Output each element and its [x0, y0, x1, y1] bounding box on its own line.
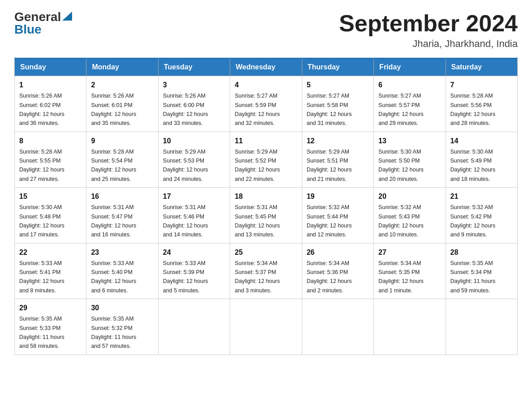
calendar-cell: 5 Sunrise: 5:27 AMSunset: 5:58 PMDayligh…	[302, 76, 373, 132]
day-number: 25	[235, 247, 297, 258]
day-number: 10	[163, 136, 225, 146]
day-info: Sunrise: 5:33 AMSunset: 5:39 PMDaylight:…	[163, 260, 208, 294]
calendar-week-row: 8 Sunrise: 5:28 AMSunset: 5:55 PMDayligh…	[15, 132, 518, 188]
calendar-cell: 15 Sunrise: 5:30 AMSunset: 5:48 PMDaylig…	[15, 188, 86, 244]
calendar-cell: 21 Sunrise: 5:32 AMSunset: 5:42 PMDaylig…	[446, 188, 517, 244]
page-header: General Blue September 2024 Jharia, Jhar…	[14, 11, 518, 50]
calendar-cell: 7 Sunrise: 5:28 AMSunset: 5:56 PMDayligh…	[446, 76, 517, 132]
calendar-table: SundayMondayTuesdayWednesdayThursdayFrid…	[14, 58, 518, 355]
day-number: 5	[307, 80, 369, 90]
day-number: 13	[378, 136, 441, 146]
col-header-wednesday: Wednesday	[230, 58, 302, 76]
day-number: 7	[450, 80, 513, 90]
title-area: September 2024 Jharia, Jharkhand, India	[339, 11, 518, 50]
day-number: 15	[19, 191, 82, 202]
calendar-cell: 29 Sunrise: 5:35 AMSunset: 5:33 PMDaylig…	[15, 299, 86, 355]
day-info: Sunrise: 5:30 AMSunset: 5:50 PMDaylight:…	[378, 149, 424, 182]
calendar-cell: 17 Sunrise: 5:31 AMSunset: 5:46 PMDaylig…	[158, 188, 230, 244]
day-info: Sunrise: 5:27 AMSunset: 5:57 PMDaylight:…	[378, 93, 424, 126]
day-info: Sunrise: 5:32 AMSunset: 5:42 PMDaylight:…	[450, 204, 496, 238]
day-info: Sunrise: 5:35 AMSunset: 5:34 PMDaylight:…	[450, 260, 496, 294]
day-number: 21	[450, 191, 513, 202]
location-title: Jharia, Jharkhand, India	[339, 38, 518, 50]
day-number: 6	[378, 80, 441, 90]
col-header-thursday: Thursday	[302, 58, 373, 76]
col-header-friday: Friday	[374, 58, 446, 76]
calendar-cell: 22 Sunrise: 5:33 AMSunset: 5:41 PMDaylig…	[15, 243, 86, 299]
day-number: 1	[19, 80, 82, 90]
col-header-monday: Monday	[86, 58, 158, 76]
day-number: 27	[378, 247, 441, 258]
calendar-cell: 8 Sunrise: 5:28 AMSunset: 5:55 PMDayligh…	[15, 132, 86, 188]
day-info: Sunrise: 5:33 AMSunset: 5:41 PMDaylight:…	[19, 260, 64, 294]
day-number: 18	[235, 191, 297, 202]
calendar-cell	[302, 299, 373, 355]
day-info: Sunrise: 5:35 AMSunset: 5:32 PMDaylight:…	[91, 316, 136, 349]
day-number: 26	[307, 247, 369, 258]
calendar-header-row: SundayMondayTuesdayWednesdayThursdayFrid…	[15, 58, 518, 76]
calendar-cell	[230, 299, 302, 355]
calendar-cell: 30 Sunrise: 5:35 AMSunset: 5:32 PMDaylig…	[86, 299, 158, 355]
day-number: 2	[91, 80, 153, 90]
logo-blue: Blue	[14, 23, 42, 36]
day-info: Sunrise: 5:26 AMSunset: 6:01 PMDaylight:…	[91, 93, 136, 126]
day-info: Sunrise: 5:34 AMSunset: 5:35 PMDaylight:…	[378, 260, 424, 294]
calendar-cell: 6 Sunrise: 5:27 AMSunset: 5:57 PMDayligh…	[374, 76, 446, 132]
calendar-cell: 27 Sunrise: 5:34 AMSunset: 5:35 PMDaylig…	[374, 243, 446, 299]
day-info: Sunrise: 5:28 AMSunset: 5:56 PMDaylight:…	[450, 93, 496, 126]
svg-marker-0	[62, 12, 72, 21]
day-info: Sunrise: 5:32 AMSunset: 5:43 PMDaylight:…	[378, 204, 424, 238]
day-info: Sunrise: 5:31 AMSunset: 5:47 PMDaylight:…	[91, 204, 136, 238]
day-info: Sunrise: 5:30 AMSunset: 5:48 PMDaylight:…	[19, 204, 64, 238]
day-number: 17	[163, 191, 225, 202]
col-header-saturday: Saturday	[446, 58, 517, 76]
logo-general: General	[14, 11, 61, 23]
day-info: Sunrise: 5:34 AMSunset: 5:36 PMDaylight:…	[307, 260, 352, 294]
calendar-cell: 19 Sunrise: 5:32 AMSunset: 5:44 PMDaylig…	[302, 188, 373, 244]
day-info: Sunrise: 5:27 AMSunset: 5:58 PMDaylight:…	[307, 93, 352, 126]
day-number: 30	[91, 303, 153, 313]
day-info: Sunrise: 5:26 AMSunset: 6:00 PMDaylight:…	[163, 93, 208, 126]
col-header-tuesday: Tuesday	[158, 58, 230, 76]
calendar-cell: 2 Sunrise: 5:26 AMSunset: 6:01 PMDayligh…	[86, 76, 158, 132]
calendar-week-row: 29 Sunrise: 5:35 AMSunset: 5:33 PMDaylig…	[15, 299, 518, 355]
day-info: Sunrise: 5:32 AMSunset: 5:44 PMDaylight:…	[307, 204, 352, 238]
calendar-cell: 18 Sunrise: 5:31 AMSunset: 5:45 PMDaylig…	[230, 188, 302, 244]
day-info: Sunrise: 5:28 AMSunset: 5:54 PMDaylight:…	[91, 149, 136, 182]
calendar-cell	[158, 299, 230, 355]
day-info: Sunrise: 5:27 AMSunset: 5:59 PMDaylight:…	[235, 93, 280, 126]
calendar-cell: 20 Sunrise: 5:32 AMSunset: 5:43 PMDaylig…	[374, 188, 446, 244]
day-info: Sunrise: 5:34 AMSunset: 5:37 PMDaylight:…	[235, 260, 280, 294]
day-info: Sunrise: 5:31 AMSunset: 5:45 PMDaylight:…	[235, 204, 280, 238]
calendar-cell: 28 Sunrise: 5:35 AMSunset: 5:34 PMDaylig…	[446, 243, 517, 299]
month-title: September 2024	[339, 11, 518, 36]
logo-triangle-icon	[62, 12, 72, 21]
day-info: Sunrise: 5:29 AMSunset: 5:52 PMDaylight:…	[235, 149, 280, 182]
calendar-cell: 13 Sunrise: 5:30 AMSunset: 5:50 PMDaylig…	[374, 132, 446, 188]
day-number: 12	[307, 136, 369, 146]
day-info: Sunrise: 5:31 AMSunset: 5:46 PMDaylight:…	[163, 204, 208, 238]
calendar-cell: 1 Sunrise: 5:26 AMSunset: 6:02 PMDayligh…	[15, 76, 86, 132]
calendar-cell: 14 Sunrise: 5:30 AMSunset: 5:49 PMDaylig…	[446, 132, 517, 188]
day-number: 29	[19, 303, 82, 313]
logo: General Blue	[14, 11, 72, 36]
day-info: Sunrise: 5:33 AMSunset: 5:40 PMDaylight:…	[91, 260, 136, 294]
day-number: 19	[307, 191, 369, 202]
day-number: 16	[91, 191, 153, 202]
day-number: 24	[163, 247, 225, 258]
calendar-cell: 4 Sunrise: 5:27 AMSunset: 5:59 PMDayligh…	[230, 76, 302, 132]
day-info: Sunrise: 5:29 AMSunset: 5:51 PMDaylight:…	[307, 149, 352, 182]
day-number: 14	[450, 136, 513, 146]
day-number: 4	[235, 80, 297, 90]
calendar-week-row: 1 Sunrise: 5:26 AMSunset: 6:02 PMDayligh…	[15, 76, 518, 132]
calendar-cell: 9 Sunrise: 5:28 AMSunset: 5:54 PMDayligh…	[86, 132, 158, 188]
day-info: Sunrise: 5:28 AMSunset: 5:55 PMDaylight:…	[19, 149, 64, 182]
calendar-cell: 3 Sunrise: 5:26 AMSunset: 6:00 PMDayligh…	[158, 76, 230, 132]
day-number: 9	[91, 136, 153, 146]
day-number: 11	[235, 136, 297, 146]
day-info: Sunrise: 5:26 AMSunset: 6:02 PMDaylight:…	[19, 93, 64, 126]
day-info: Sunrise: 5:30 AMSunset: 5:49 PMDaylight:…	[450, 149, 496, 182]
day-number: 8	[19, 136, 82, 146]
day-info: Sunrise: 5:29 AMSunset: 5:53 PMDaylight:…	[163, 149, 208, 182]
calendar-cell: 24 Sunrise: 5:33 AMSunset: 5:39 PMDaylig…	[158, 243, 230, 299]
